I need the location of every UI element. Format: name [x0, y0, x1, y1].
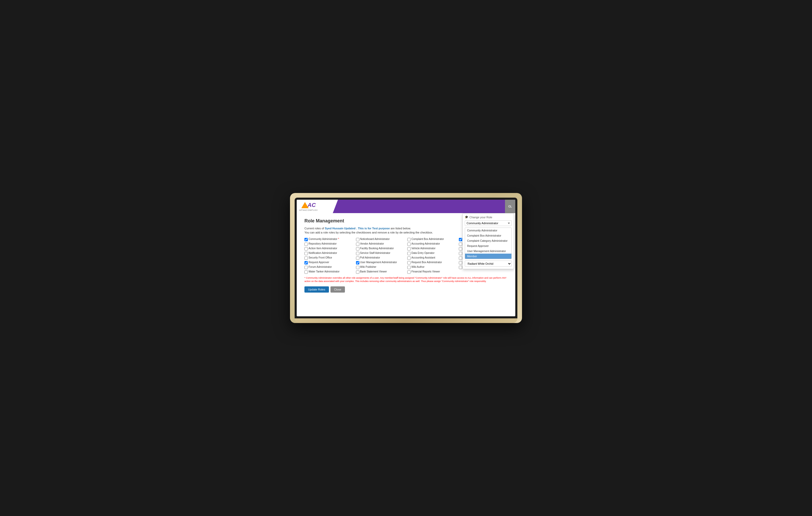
- checkbox-auditor[interactable]: [459, 252, 462, 255]
- role-item-bank-statement-viewer: Bank Statement Viewer: [356, 270, 405, 274]
- checkbox-vehicle-admin[interactable]: [407, 247, 411, 250]
- role-label-facility-booking-admin: Facility Booking Administrator: [360, 247, 394, 250]
- checkbox-accounting-admin[interactable]: [407, 243, 411, 246]
- update-roles-button[interactable]: Update Roles: [304, 287, 329, 293]
- laptop-base: [295, 318, 517, 323]
- role-label-notification-admin: Notification Administrator: [309, 251, 337, 254]
- role-item-financial-reports-viewer: Financial Reports Viewer: [407, 270, 456, 274]
- role-label-accounting-admin: Accounting Administrator: [411, 242, 440, 245]
- checkbox-request-approver[interactable]: [304, 261, 308, 265]
- checkbox-accounting-assistant[interactable]: [407, 256, 411, 260]
- role-item-empty: [459, 270, 508, 274]
- change-role-label: Change your Role: [469, 216, 492, 219]
- header-purple-band: [333, 200, 515, 213]
- role-item-complaint-box[interactable]: Complaint Box Administrator: [465, 233, 512, 238]
- screen: AC APNACOMPLEX CL 🎓 Change your Role Com…: [297, 200, 515, 316]
- header: AC APNACOMPLEX CL 🎓 Change your Role Com…: [297, 200, 515, 213]
- role-item-complaint-category[interactable]: Complaint Category Administrator: [465, 238, 512, 243]
- screen-bezel: AC APNACOMPLEX CL 🎓 Change your Role Com…: [295, 198, 517, 318]
- role-item-noticeboard-admin: Noticeboard Administrator: [356, 238, 405, 241]
- checkbox-bank-statement-viewer[interactable]: [356, 270, 359, 274]
- checkbox-notification-admin[interactable]: [304, 252, 308, 255]
- checkbox-user-mgmt-assistant[interactable]: [459, 266, 462, 269]
- role-label-complaint-box-admin: Complaint Box Administrator: [411, 238, 444, 241]
- checkbox-request-box-admin[interactable]: [407, 261, 411, 265]
- role-item-user-mgmt[interactable]: User Management Administrator: [465, 248, 512, 254]
- user-name: Syed Hussain Updated . This is for Test …: [325, 227, 390, 230]
- property-select-dropdown[interactable]: Radiant White Orchid: [465, 261, 512, 267]
- role-item-vehicle-admin: Vehicle Administrator: [407, 247, 456, 250]
- role-item-member[interactable]: Member: [465, 254, 512, 259]
- property-select-row: Radiant White Orchid: [465, 261, 512, 267]
- checkbox-service-staff-admin[interactable]: [356, 252, 359, 255]
- corner-label: CL: [505, 200, 515, 213]
- logo-text: AC: [308, 202, 316, 209]
- checkbox-user-mgmt-admin[interactable]: [356, 261, 359, 265]
- role-label-water-tanker-admin: Water Tanker Administrator: [309, 270, 340, 273]
- checkbox-forum-admin[interactable]: [304, 266, 308, 269]
- checkbox-security-front-office[interactable]: [304, 256, 308, 260]
- checkbox-request-box-assistant[interactable]: [459, 261, 462, 265]
- logo-area: AC APNACOMPLEX: [297, 200, 333, 213]
- role-label-request-box-admin: Request Box Administrator: [411, 261, 442, 264]
- laptop-frame: AC APNACOMPLEX CL 🎓 Change your Role Com…: [290, 193, 522, 323]
- role-label-service-staff-admin: Service Staff Administrator: [360, 251, 390, 254]
- role-item-water-tanker-admin: Water Tanker Administrator: [304, 270, 353, 274]
- checkbox-asset-admin[interactable]: [459, 247, 462, 250]
- checkbox-staff-admin[interactable]: [459, 256, 462, 260]
- role-item-notification-admin: Notification Administrator: [304, 251, 353, 255]
- checkbox-vendor-admin[interactable]: [356, 243, 359, 246]
- checkbox-data-entry-operator[interactable]: [407, 252, 411, 255]
- role-item-poll-admin: Poll Administrator: [356, 256, 405, 260]
- checkbox-noticeboard-admin[interactable]: [356, 238, 359, 241]
- role-label-vendor-admin: Vendor Administrator: [360, 242, 384, 245]
- checkbox-repository-admin[interactable]: [304, 243, 308, 246]
- role-item-wiki-author: Wiki Author: [407, 266, 456, 269]
- action-buttons: Update Roles Close: [304, 287, 508, 293]
- logo: AC: [301, 202, 316, 209]
- logo-wrapper: AC APNACOMPLEX: [299, 202, 318, 211]
- checkbox-complaint-box-admin[interactable]: [407, 238, 411, 241]
- role-label-forum-admin: Forum Administrator: [309, 266, 332, 268]
- role-item-repository-admin: Repository Administrator: [304, 242, 353, 246]
- role-label-request-approver: Request Approver: [309, 261, 329, 264]
- close-button[interactable]: Close: [330, 287, 345, 293]
- role-label-wiki-author: Wiki Author: [411, 266, 425, 268]
- required-mark: *: [338, 238, 339, 241]
- role-item-action-item-admin: Action Item Administrator: [304, 247, 353, 250]
- role-item-user-mgmt-admin: User Management Administrator: [356, 261, 405, 265]
- change-role-panel: 🎓 Change your Role Community Administrat…: [462, 213, 514, 269]
- role-select-dropdown[interactable]: Community Administrator: [465, 220, 512, 226]
- role-label-user-mgmt-admin: User Management Administrator: [360, 261, 397, 264]
- checkbox-wiki-publisher[interactable]: [356, 266, 359, 269]
- role-item-request-approver[interactable]: Request Approver: [465, 243, 512, 248]
- role-label-bank-statement-viewer: Bank Statement Viewer: [360, 270, 387, 273]
- checkbox-poll-admin[interactable]: [356, 256, 359, 260]
- checkbox-complaint-category-admin[interactable]: [459, 238, 462, 241]
- role-label-poll-admin: Poll Administrator: [360, 256, 380, 259]
- role-item-security-front-office: Security Front Office: [304, 256, 353, 260]
- role-item-request-box-admin: Request Box Administrator: [407, 261, 456, 265]
- desc-prefix: Current roles of: [304, 227, 324, 230]
- role-item-data-entry-operator: Data Entry Operator: [407, 251, 456, 255]
- role-label-community-admin: Community Administrator *: [309, 238, 339, 241]
- role-item-facility-booking-admin: Facility Booking Administrator: [356, 247, 405, 250]
- checkbox-water-tanker-admin[interactable]: [304, 270, 308, 274]
- role-item-complaint-box-admin: Complaint Box Administrator: [407, 238, 456, 241]
- role-label-data-entry-operator: Data Entry Operator: [411, 251, 434, 254]
- role-item-service-staff-admin: Service Staff Administrator: [356, 251, 405, 255]
- checkbox-utility-billing-admin[interactable]: [459, 243, 462, 246]
- checkbox-community-admin[interactable]: [304, 238, 308, 241]
- checkbox-facility-booking-admin[interactable]: [356, 247, 359, 250]
- role-dropdown-list: Community Administrator Complaint Box Ad…: [465, 227, 512, 259]
- checkbox-financial-reports-viewer[interactable]: [407, 270, 411, 274]
- role-item-vendor-admin: Vendor Administrator: [356, 242, 405, 246]
- logo-subtext: APNACOMPLEX: [299, 209, 318, 211]
- checkbox-action-item-admin[interactable]: [304, 247, 308, 250]
- desc-suffix: are listed below.: [390, 227, 411, 230]
- warning-text: * Community Administrator overrides all …: [304, 276, 508, 283]
- change-role-title: 🎓 Change your Role: [465, 215, 512, 219]
- role-item-community-admin[interactable]: Community Administrator: [465, 228, 512, 233]
- role-item-wiki-publisher: Wiki Publisher: [356, 266, 405, 269]
- checkbox-wiki-author[interactable]: [407, 266, 411, 269]
